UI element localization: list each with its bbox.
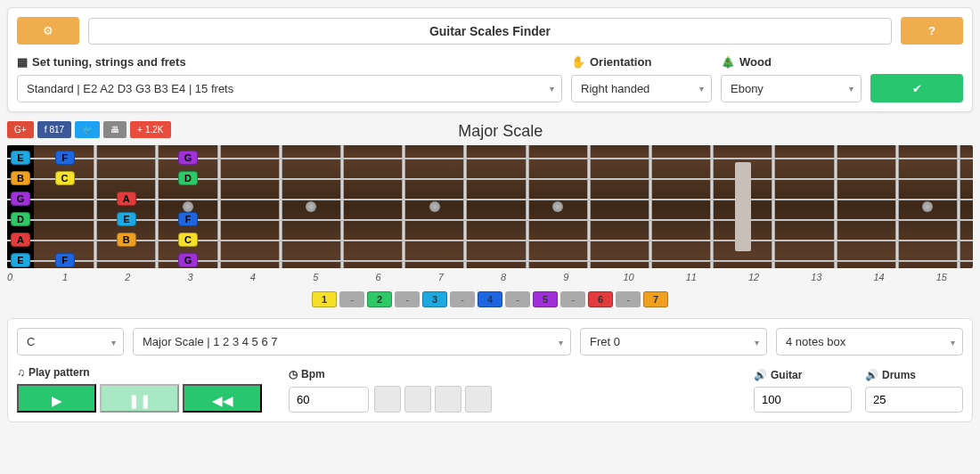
- grid-icon: ▦: [17, 55, 28, 69]
- degree-separator: -: [339, 291, 364, 307]
- apply-button[interactable]: ✔: [870, 74, 963, 102]
- pause-icon: ❚❚: [128, 393, 151, 408]
- degree-separator: -: [450, 291, 475, 307]
- fret-select[interactable]: Fret 0: [580, 328, 767, 356]
- fret-note[interactable]: E: [117, 212, 136, 226]
- scale-degree-row: 1-2-3-4-5-6-7: [7, 291, 973, 307]
- fret-number: 7: [410, 272, 472, 282]
- fretboard[interactable]: EFGBCDGADEFABCEFG: [7, 145, 973, 268]
- hand-icon: ✋: [571, 55, 585, 69]
- tuning-select[interactable]: Standard | E2 A2 D3 G3 B3 E4 | 15 frets: [17, 75, 562, 102]
- degree-separator: -: [616, 291, 641, 307]
- gplus-button[interactable]: G+: [7, 121, 34, 138]
- fret-note[interactable]: G: [178, 151, 198, 165]
- facebook-button[interactable]: f 817: [37, 121, 71, 138]
- pause-button[interactable]: ❚❚: [100, 384, 179, 413]
- fret-number-row: 0123456789101112131415: [7, 272, 973, 282]
- fret-note[interactable]: B: [11, 171, 30, 185]
- orientation-label: Orientation: [590, 55, 651, 69]
- music-icon: ♫: [17, 366, 25, 379]
- check-icon: ✔: [912, 82, 922, 95]
- fret-number: 3: [159, 272, 222, 282]
- fret-note[interactable]: F: [178, 212, 198, 226]
- drums-volume-input[interactable]: [865, 387, 963, 413]
- addthis-button[interactable]: + 1.2K: [130, 121, 170, 138]
- fret-number: 13: [785, 272, 847, 282]
- degree-separator: -: [395, 291, 420, 307]
- scale-degree[interactable]: 2: [367, 291, 392, 307]
- print-button[interactable]: 🖶: [103, 121, 127, 138]
- scale-degree[interactable]: 3: [422, 291, 447, 307]
- fret-note[interactable]: F: [55, 151, 75, 165]
- fret-number: 15: [911, 272, 973, 282]
- fret-note[interactable]: A: [11, 233, 30, 247]
- degree-separator: -: [560, 291, 585, 307]
- wood-select[interactable]: Ebony: [721, 75, 862, 102]
- volume-icon: 🔊: [865, 369, 878, 381]
- fret-note[interactable]: E: [11, 253, 30, 267]
- fret-number: 12: [723, 272, 785, 282]
- root-note-select[interactable]: C: [17, 328, 124, 356]
- guitar-vol-label: Guitar: [771, 369, 802, 381]
- fret-number: 2: [96, 272, 159, 282]
- rewind-icon: ◀◀: [212, 393, 233, 408]
- fret-note[interactable]: D: [11, 212, 30, 226]
- fret-number: 4: [222, 272, 284, 282]
- play-button[interactable]: ▶: [17, 384, 96, 413]
- fret-number: 10: [597, 272, 659, 282]
- box-select[interactable]: 4 notes box: [776, 328, 963, 356]
- drums-vol-label: Drums: [882, 369, 916, 381]
- fret-note[interactable]: C: [178, 233, 198, 247]
- settings-button[interactable]: ⚙: [17, 17, 79, 45]
- fret-note[interactable]: B: [117, 233, 136, 247]
- orientation-select[interactable]: Right handed: [571, 75, 712, 102]
- degree-separator: -: [505, 291, 530, 307]
- scale-title: Major Scale: [171, 122, 830, 141]
- fret-note[interactable]: D: [178, 171, 198, 185]
- volume-icon: 🔊: [754, 369, 767, 381]
- fret-note[interactable]: A: [117, 192, 136, 206]
- tuning-label: Set tuning, strings and frets: [32, 55, 186, 69]
- tree-icon: 🎄: [721, 55, 735, 69]
- scale-degree[interactable]: 5: [533, 291, 558, 307]
- fret-note[interactable]: E: [11, 151, 30, 165]
- fret-number: 5: [284, 272, 347, 282]
- fret-note[interactable]: G: [178, 253, 198, 267]
- guitar-volume-input[interactable]: [754, 387, 852, 413]
- fret-number: 1: [34, 272, 96, 282]
- rewind-button[interactable]: ◀◀: [183, 384, 262, 413]
- clock-icon: ◷: [289, 368, 298, 380]
- wood-label: Wood: [739, 55, 772, 69]
- scale-degree[interactable]: 6: [588, 291, 613, 307]
- fret-number: 14: [847, 272, 910, 282]
- scale-degree[interactable]: 4: [478, 291, 502, 307]
- fret-note[interactable]: F: [55, 253, 75, 267]
- social-share-row: G+ f 817 🐦 🖶 + 1.2K: [7, 121, 171, 138]
- fret-number: 6: [347, 272, 409, 282]
- fret-number: 8: [472, 272, 535, 282]
- fret-number: 9: [535, 272, 597, 282]
- twitter-button[interactable]: 🐦: [75, 121, 100, 138]
- fret-number: 0: [7, 272, 34, 282]
- play-pattern-label: Play pattern: [29, 366, 90, 379]
- bpm-label: Bpm: [301, 368, 325, 380]
- scale-degree[interactable]: 1: [312, 291, 337, 307]
- gear-icon: ⚙: [43, 24, 53, 37]
- bpm-input[interactable]: [289, 387, 369, 413]
- app-title: Guitar Scales Finder: [88, 18, 892, 45]
- fret-note[interactable]: C: [55, 171, 75, 185]
- fret-note[interactable]: G: [11, 192, 30, 206]
- play-icon: ▶: [52, 393, 62, 408]
- scale-select[interactable]: Major Scale | 1 2 3 4 5 6 7: [133, 328, 571, 356]
- fret-number: 11: [660, 272, 723, 282]
- scale-degree[interactable]: 7: [643, 291, 668, 307]
- help-button[interactable]: ?: [901, 17, 963, 45]
- beat-indicator: [374, 386, 492, 413]
